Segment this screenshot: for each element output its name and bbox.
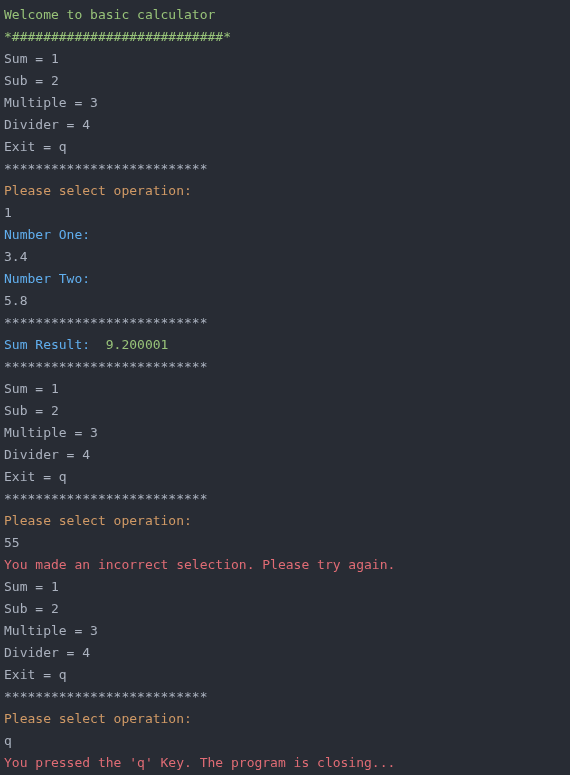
- terminal-line: 1: [4, 202, 566, 224]
- terminal-text: Sub = 2: [4, 403, 59, 418]
- terminal-text: Multiple = 3: [4, 623, 98, 638]
- terminal-text: **************************: [4, 315, 208, 330]
- terminal-line: *###########################*: [4, 26, 566, 48]
- terminal-text: Sum Result:: [4, 337, 90, 352]
- terminal-line: Sub = 2: [4, 598, 566, 620]
- terminal-line: Number One:: [4, 224, 566, 246]
- terminal-line: Exit = q: [4, 136, 566, 158]
- terminal-text: q: [4, 733, 12, 748]
- terminal-line: Sum Result: 9.200001: [4, 334, 566, 356]
- terminal-text: *###########################*: [4, 29, 231, 44]
- terminal-text: Please select operation:: [4, 183, 192, 198]
- terminal-line: Divider = 4: [4, 642, 566, 664]
- terminal-text: Sum = 1: [4, 381, 59, 396]
- terminal-text: 1: [4, 205, 12, 220]
- terminal-line: Number Two:: [4, 268, 566, 290]
- terminal-text: Sum = 1: [4, 579, 59, 594]
- terminal-text: Number Two:: [4, 271, 90, 286]
- terminal-text: Please select operation:: [4, 513, 192, 528]
- terminal-text: Please select operation:: [4, 711, 192, 726]
- terminal-line: 5.8: [4, 290, 566, 312]
- terminal-line: q: [4, 730, 566, 752]
- terminal-text: Welcome to basic calculator: [4, 7, 215, 22]
- terminal-line: Sum = 1: [4, 378, 566, 400]
- terminal-line: Please select operation:: [4, 510, 566, 532]
- terminal-line: You made an incorrect selection. Please …: [4, 554, 566, 576]
- terminal-text: **************************: [4, 491, 208, 506]
- terminal-text: Sub = 2: [4, 73, 59, 88]
- terminal-line: Multiple = 3: [4, 422, 566, 444]
- terminal-text: You pressed the 'q' Key. The program is …: [4, 755, 395, 770]
- terminal-line: 55: [4, 532, 566, 554]
- terminal-text: 5.8: [4, 293, 27, 308]
- terminal-output: Welcome to basic calculator*############…: [4, 4, 566, 774]
- terminal-line: Welcome to basic calculator: [4, 4, 566, 26]
- terminal-text: Multiple = 3: [4, 95, 98, 110]
- terminal-line: Exit = q: [4, 466, 566, 488]
- terminal-text: Exit = q: [4, 469, 67, 484]
- terminal-line: **************************: [4, 686, 566, 708]
- terminal-text: Number One:: [4, 227, 90, 242]
- terminal-line: Sub = 2: [4, 400, 566, 422]
- terminal-line: 3.4: [4, 246, 566, 268]
- terminal-line: Divider = 4: [4, 444, 566, 466]
- terminal-text: You made an incorrect selection. Please …: [4, 557, 395, 572]
- terminal-text: 9.200001: [90, 337, 168, 352]
- terminal-text: Sub = 2: [4, 601, 59, 616]
- terminal-line: **************************: [4, 356, 566, 378]
- terminal-line: **************************: [4, 312, 566, 334]
- terminal-line: **************************: [4, 488, 566, 510]
- terminal-text: **************************: [4, 359, 208, 374]
- terminal-line: Please select operation:: [4, 180, 566, 202]
- terminal-text: Divider = 4: [4, 117, 90, 132]
- terminal-line: **************************: [4, 158, 566, 180]
- terminal-text: 55: [4, 535, 20, 550]
- terminal-text: Divider = 4: [4, 447, 90, 462]
- terminal-text: **************************: [4, 161, 208, 176]
- terminal-text: **************************: [4, 689, 208, 704]
- terminal-line: Multiple = 3: [4, 620, 566, 642]
- terminal-line: Sum = 1: [4, 576, 566, 598]
- terminal-line: Please select operation:: [4, 708, 566, 730]
- terminal-text: Exit = q: [4, 139, 67, 154]
- terminal-text: Multiple = 3: [4, 425, 98, 440]
- terminal-line: Multiple = 3: [4, 92, 566, 114]
- terminal-line: Divider = 4: [4, 114, 566, 136]
- terminal-line: Sum = 1: [4, 48, 566, 70]
- terminal-line: Sub = 2: [4, 70, 566, 92]
- terminal-text: Exit = q: [4, 667, 67, 682]
- terminal-line: Exit = q: [4, 664, 566, 686]
- terminal-text: Sum = 1: [4, 51, 59, 66]
- terminal-line: You pressed the 'q' Key. The program is …: [4, 752, 566, 774]
- terminal-text: Divider = 4: [4, 645, 90, 660]
- terminal-text: 3.4: [4, 249, 27, 264]
